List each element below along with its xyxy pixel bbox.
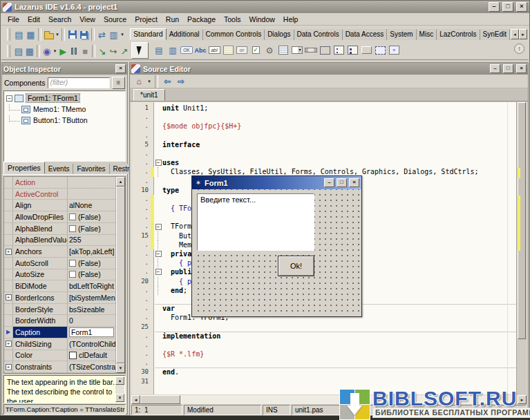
object-inspector-titlebar[interactable]: Object Inspector ×: [2, 63, 127, 75]
action-list-button[interactable]: ≡: [387, 43, 401, 58]
editor-minimize-button[interactable]: –: [490, 64, 500, 73]
combo-box-button[interactable]: [290, 43, 304, 58]
tree-node-form1[interactable]: −Form1: TForm1: [6, 93, 125, 104]
property-value[interactable]: 255: [68, 236, 115, 244]
property-row-color[interactable]: ColorclDefault: [4, 350, 115, 362]
forward-icon[interactable]: ⇨: [175, 75, 187, 87]
checkbox-icon[interactable]: [69, 271, 76, 278]
save-all-button[interactable]: [78, 28, 90, 41]
palette-tab-synedit[interactable]: SynEdit: [480, 29, 510, 40]
property-row-autoscroll[interactable]: AutoScroll(False): [4, 258, 115, 269]
open-dropdown-icon[interactable]: ▾: [55, 32, 60, 37]
open-folder-button[interactable]: [43, 28, 55, 41]
tab-scroll-right-icon[interactable]: ►: [519, 29, 527, 39]
property-value[interactable]: (False): [68, 259, 115, 267]
view-units-button[interactable]: ▤: [13, 44, 24, 58]
property-row-action[interactable]: Action: [4, 177, 115, 189]
view-window-dropdown-button[interactable]: ▥: [108, 28, 120, 41]
menu-package[interactable]: Package: [183, 14, 220, 25]
property-row-bordericons[interactable]: +BorderIcons[biSystemMenu,biM: [4, 292, 115, 304]
inspector-tab-favorites[interactable]: Favorites: [73, 164, 109, 174]
tab-unit1[interactable]: *unit1: [133, 89, 165, 101]
palette-tab-standard[interactable]: Standard: [130, 28, 167, 40]
run-button[interactable]: ▶: [57, 44, 68, 58]
home-dropdown-icon[interactable]: ▾: [146, 79, 152, 84]
palette-tab-misc[interactable]: Misc: [417, 29, 437, 40]
property-value[interactable]: (False): [68, 213, 115, 221]
menu-window[interactable]: Window: [245, 14, 279, 25]
code-line[interactable]: .implementation: [131, 332, 527, 341]
form-titlebar[interactable]: ✶ Form1 – □ ×: [192, 176, 361, 189]
property-value[interactable]: (False): [68, 270, 115, 278]
palette-tab-additional[interactable]: Additional: [167, 29, 203, 40]
palette-tab-common-controls[interactable]: Common Controls: [203, 29, 265, 40]
palette-tab-dialogs[interactable]: Dialogs: [265, 29, 294, 40]
new-unit-button[interactable]: ▤: [13, 28, 25, 41]
code-line[interactable]: 1unit Unit1;: [131, 104, 527, 113]
code-line[interactable]: .{$R *.lfm}: [131, 350, 527, 359]
property-row-constraints[interactable]: +Constraints(TSizeConstraints): [4, 361, 115, 373]
frame-button[interactable]: [373, 43, 387, 58]
expand-icon[interactable]: +: [4, 246, 13, 257]
property-row-borderwidth[interactable]: BorderWidth0: [4, 315, 115, 327]
label-button[interactable]: Abc: [193, 43, 207, 58]
check-group-button[interactable]: [346, 43, 359, 58]
back-icon[interactable]: ⇦: [161, 75, 173, 87]
property-row-align[interactable]: AlignalNone: [4, 200, 115, 211]
object-inspector-close-button[interactable]: ×: [115, 64, 126, 73]
menu-project[interactable]: Project: [131, 14, 162, 25]
property-row-alphablendvalue[interactable]: AlphaBlendValue255: [4, 235, 115, 247]
fold-collapse-icon[interactable]: −: [155, 224, 162, 230]
property-value[interactable]: (False): [68, 225, 115, 233]
hint-scroll-down-icon[interactable]: ▼: [115, 394, 124, 402]
window-dropdown-icon[interactable]: ▾: [120, 32, 125, 37]
radio-button-button[interactable]: ⊙: [263, 43, 276, 58]
menu-source[interactable]: Source: [100, 14, 131, 25]
code-line[interactable]: .{$mode objfpc}{$H+}: [131, 122, 527, 131]
form-designer-window[interactable]: ✶ Form1 – □ × Введите текст... Ok!: [191, 175, 362, 317]
new-form-button[interactable]: ▦: [25, 28, 37, 41]
pause-button[interactable]: [68, 44, 79, 58]
checkbox-icon[interactable]: [69, 213, 76, 220]
code-line[interactable]: .: [131, 341, 527, 350]
collapse-icon[interactable]: −: [6, 95, 12, 102]
hscroll-left-icon[interactable]: ◄: [131, 395, 140, 404]
property-value[interactable]: [akTop,akLeft]: [68, 247, 115, 256]
color-swatch[interactable]: [69, 352, 77, 359]
property-value[interactable]: (TSizeConstraints): [68, 363, 115, 371]
palette-tab-system[interactable]: System: [387, 29, 416, 40]
build-mode-dropdown-icon[interactable]: ▾: [53, 48, 58, 54]
property-row-activecontrol[interactable]: ActiveControl: [4, 189, 115, 200]
editor-maximize-button[interactable]: □: [503, 64, 513, 73]
properties-scrollbar[interactable]: ▲ ▼: [115, 177, 125, 373]
code-line[interactable]: .: [131, 113, 527, 122]
code-line[interactable]: 31: [131, 377, 527, 386]
property-row-bidimode[interactable]: BiDiModebdLeftToRight: [4, 280, 115, 292]
palette-tab-lazcontrols[interactable]: LazControls: [437, 29, 480, 40]
button1-control[interactable]: Ok!: [278, 256, 314, 276]
step-out-button[interactable]: ↗: [119, 44, 130, 58]
form-design-surface[interactable]: Введите текст... Ok!: [193, 189, 360, 315]
editor-close-button[interactable]: ×: [516, 64, 527, 73]
main-menu-button[interactable]: ▤: [152, 43, 166, 58]
source-editor-titlebar[interactable]: Source Editor – □ ×: [130, 63, 528, 75]
memo1-control[interactable]: Введите текст...: [197, 193, 314, 251]
checkbox-button[interactable]: ✓: [249, 43, 263, 58]
list-box-button[interactable]: [276, 43, 290, 58]
menu-edit[interactable]: Edit: [23, 14, 44, 25]
checkbox-icon[interactable]: [69, 225, 76, 232]
menu-file[interactable]: File: [3, 14, 23, 25]
property-value[interactable]: (TControlChildSizin: [68, 340, 115, 348]
code-line[interactable]: .: [131, 131, 527, 140]
scroll-bar-button[interactable]: [304, 43, 318, 58]
memo-button[interactable]: [221, 43, 235, 58]
menu-tools[interactable]: Tools: [220, 14, 245, 25]
minimize-button[interactable]: –: [489, 2, 500, 12]
step-over-button[interactable]: ↪: [108, 44, 119, 58]
toggle-box-button[interactable]: on: [235, 43, 249, 58]
build-mode-button[interactable]: ◉: [41, 44, 53, 58]
close-button[interactable]: ×: [516, 2, 527, 12]
panel-button[interactable]: [359, 43, 373, 58]
popup-menu-button[interactable]: ▥: [166, 43, 180, 58]
code-line[interactable]: .: [131, 359, 527, 368]
